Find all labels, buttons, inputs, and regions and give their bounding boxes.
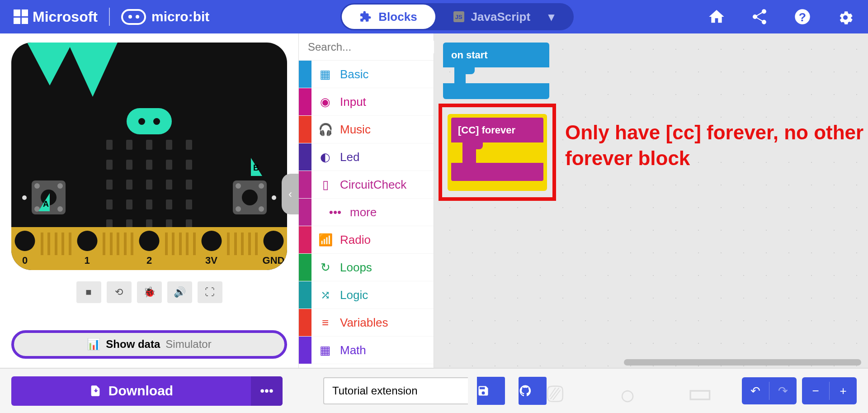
search-input[interactable] [308, 41, 443, 53]
editor-tabs: Blocks JS JavaScript ▾ [340, 3, 574, 30]
button-b[interactable] [233, 180, 267, 214]
restart-button[interactable]: ⟲ [107, 281, 132, 303]
category-color-bar [299, 116, 311, 143]
toggle-icon: ◐ [315, 150, 335, 164]
home-icon[interactable] [708, 8, 726, 26]
category-color-bar [299, 171, 311, 198]
microsoft-icon [14, 9, 28, 24]
category-more[interactable]: ••• more [299, 199, 434, 226]
category-input[interactable]: ◉ Input [299, 88, 434, 116]
category-label: Variables [340, 316, 388, 330]
debug-button[interactable]: 🐞 [137, 281, 162, 303]
circle-icon: ◉ [315, 95, 335, 109]
mute-button[interactable]: 🔊 [167, 281, 192, 303]
category-led[interactable]: ◐ Led [299, 143, 434, 171]
microsoft-logo[interactable]: Microsoft [14, 9, 98, 25]
download-icon [89, 385, 102, 397]
js-icon: JS [453, 11, 464, 22]
tab-js-label: JavaScript [471, 10, 531, 24]
redo-button[interactable]: ↷ [769, 377, 797, 404]
chart-icon: 📊 [87, 338, 100, 351]
pin-0[interactable]: 0 [11, 227, 38, 270]
download-button[interactable]: Download ••• [11, 376, 283, 406]
category-music[interactable]: 🎧 Music [299, 116, 434, 143]
category-label: Logic [340, 288, 368, 302]
zoom-out-button[interactable]: − [802, 377, 829, 404]
dots-icon: ••• [325, 205, 345, 219]
category-loops[interactable]: ↻ Loops [299, 254, 434, 281]
pin-3v[interactable]: 3V [198, 227, 225, 270]
annotation-text: Only have [cc] forever, no other forever… [565, 119, 868, 171]
signal-icon: 📶 [315, 233, 335, 247]
block-categories: ‹ 🔍 ▦ Basic ◉ Input 🎧 Music ◐ Led ▯ Circ… [298, 33, 434, 368]
ghost-decoration: ⎚ [547, 377, 563, 408]
microbit-label: micro:bit [151, 9, 209, 24]
show-data-label: Show data [106, 338, 160, 351]
on-start-block[interactable]: on start [443, 43, 549, 99]
category-color-bar [299, 61, 311, 88]
project-name-input[interactable] [323, 377, 468, 404]
category-color-bar [299, 281, 311, 309]
ghost-decoration: ▭ [687, 377, 713, 408]
on-start-label: on start [451, 49, 488, 61]
pin-1[interactable]: 1 [74, 227, 101, 270]
stop-button[interactable]: ■ [76, 281, 101, 303]
category-label: Math [340, 343, 366, 357]
share-icon[interactable] [750, 8, 769, 26]
help-icon[interactable]: ? [793, 8, 811, 26]
microbit-simulator[interactable]: A B 0 1 2 3V GND [11, 43, 287, 270]
zoom-in-button[interactable]: + [830, 377, 857, 404]
horizontal-scrollbar[interactable] [624, 359, 861, 366]
category-color-bar [299, 337, 311, 364]
puzzle-icon [360, 11, 372, 23]
chevron-down-icon[interactable]: ▾ [548, 10, 554, 24]
undo-button[interactable]: ↶ [742, 377, 769, 404]
category-color-bar [299, 143, 311, 171]
microbit-icon [121, 9, 146, 25]
corner-triangle-icon [27, 43, 72, 85]
microbit-logo[interactable]: micro:bit [121, 9, 209, 25]
ghost-decoration: ○ [619, 380, 636, 411]
github-button[interactable] [519, 377, 547, 405]
gear-icon[interactable] [836, 8, 854, 26]
category-radio[interactable]: 📶 Radio [299, 226, 434, 254]
category-circuitcheck[interactable]: ▯ CircuitCheck [299, 171, 434, 199]
board-face-icon [127, 108, 172, 134]
category-label: Loops [340, 261, 372, 275]
tab-blocks[interactable]: Blocks [342, 5, 435, 29]
microsoft-label: Microsoft [33, 9, 98, 25]
category-math[interactable]: ▦ Math [299, 337, 434, 364]
save-icon [477, 385, 490, 397]
header-divider [109, 8, 110, 26]
category-color-bar [299, 254, 311, 281]
tab-javascript[interactable]: JS JavaScript ▾ [435, 5, 573, 29]
simulator-panel: A B 0 1 2 3V GND ■ ⟲ 🐞 🔊 ⛶ 📊 Sho [0, 33, 298, 368]
led-grid[interactable] [106, 140, 192, 229]
category-label: more [350, 205, 377, 219]
save-button[interactable] [477, 377, 505, 405]
download-more-button[interactable]: ••• [251, 376, 283, 406]
fullscreen-button[interactable]: ⛶ [198, 281, 222, 303]
category-label: Basic [340, 67, 369, 81]
category-color-bar [299, 88, 311, 115]
cc-forever-block[interactable]: [CC] forever [448, 114, 547, 191]
block-canvas[interactable]: on start [CC] forever Only have [cc] for… [434, 33, 868, 368]
category-variables[interactable]: ≡ Variables [299, 309, 434, 337]
svg-text:?: ? [799, 10, 806, 24]
board-dot [22, 195, 27, 200]
list-icon: ≡ [315, 316, 335, 330]
category-color-bar [299, 199, 311, 226]
category-logic[interactable]: ⤮ Logic [299, 281, 434, 309]
show-data-button[interactable]: 📊 Show data Simulator [11, 330, 287, 359]
grid-icon: ▦ [315, 67, 335, 81]
category-label: CircuitCheck [340, 178, 406, 192]
app-header: Microsoft micro:bit Blocks JS JavaScript… [0, 0, 868, 33]
search-bar: 🔍 [299, 33, 434, 61]
category-basic[interactable]: ▦ Basic [299, 61, 434, 88]
pin-gnd[interactable]: GND [260, 227, 287, 270]
b-label: B [253, 163, 259, 173]
redo-icon: ↻ [315, 261, 335, 275]
simulator-toolbar: ■ ⟲ 🐞 🔊 ⛶ [11, 281, 287, 303]
pin-2[interactable]: 2 [136, 227, 163, 270]
collapse-simulator-button[interactable]: ‹ [282, 174, 299, 214]
